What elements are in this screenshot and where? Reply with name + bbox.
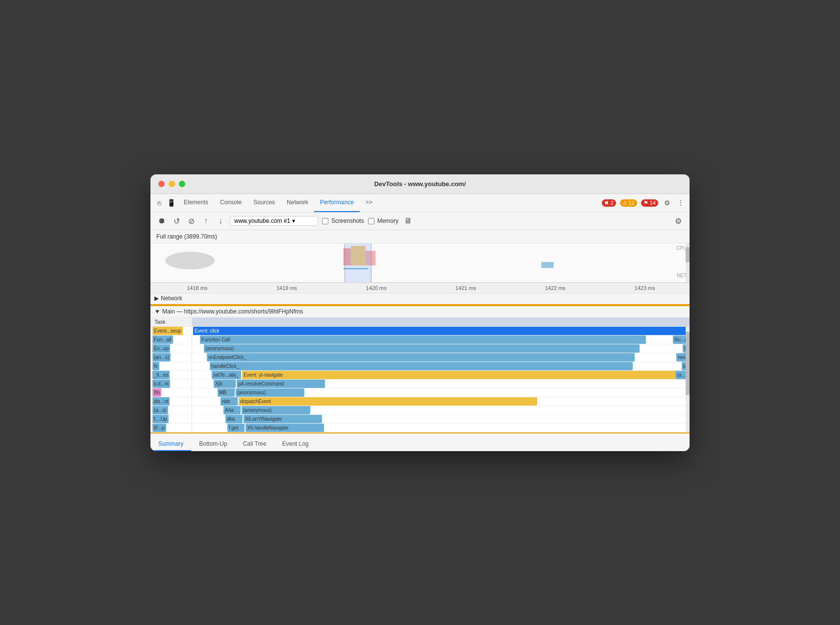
info-icon: ⚑	[643, 200, 648, 206]
scrollbar-thumb[interactable]	[686, 247, 690, 263]
flame-cell-dka[interactable]: dka	[225, 415, 243, 424]
inspector-icon[interactable]: ⎋	[154, 198, 164, 208]
flame-row-2: Ev...up (anonymous) b	[150, 344, 690, 353]
url-bar[interactable]: www.youtube.com #1 ▾	[230, 216, 318, 226]
flame-cell-nbb[interactable]: nbb	[221, 397, 238, 406]
upload-button[interactable]: ↑	[200, 216, 211, 226]
flame-cell-ytnavigate[interactable]: Event: yt-navigate	[242, 371, 675, 380]
flame-cell-handleclick[interactable]: handleClick_	[210, 362, 633, 371]
scrollbar-track[interactable]	[686, 243, 690, 282]
tab-sources[interactable]: Sources	[247, 193, 281, 212]
flame-cell-mb[interactable]: MB	[218, 388, 235, 397]
flame-scrollbar-track[interactable]	[686, 327, 690, 433]
flame-cell-sette[interactable]: setTe...ata_	[212, 371, 241, 380]
flame-cell-fup[interactable]: f....Up	[152, 415, 169, 423]
nav-tabs: Elements Console Sources Network Perform…	[178, 193, 600, 212]
flame-cell-kdnt[interactable]: k.d...nt	[152, 380, 170, 388]
tab-eventlog[interactable]: Event Log	[274, 437, 317, 451]
flame-cell-fx[interactable]: fx	[152, 362, 159, 370]
flame-cell-a4a[interactable]: A4a	[223, 406, 241, 415]
tab-more[interactable]: >>	[360, 193, 378, 212]
tab-console[interactable]: Console	[214, 193, 247, 212]
flame-cell-event-seup[interactable]: Event...seup	[152, 327, 183, 335]
flame-label-10: f....Up	[150, 415, 192, 423]
flame-content-1: Function Call Ru...s	[192, 336, 690, 344]
timeline-overview[interactable]: 500 ms 1000 ms 1500 ms 2000 ms 2500 ms 3…	[150, 243, 690, 283]
settings-icon[interactable]: ⚙	[662, 198, 672, 208]
flame-row-1: Fun...all Function Call Ru...s	[150, 336, 690, 344]
flame-label-9: (a...s)	[150, 406, 192, 414]
memory-label: Memory	[377, 217, 398, 224]
flame-cell-an-s[interactable]: (an...s)	[152, 353, 171, 361]
record-button[interactable]: ⏺	[156, 216, 167, 226]
time-1419: 1419 ms	[242, 285, 332, 291]
flame-cell-anon-0[interactable]: (anonymous)	[204, 344, 640, 353]
flame-scrollbar-thumb[interactable]	[686, 332, 690, 395]
memory-checkbox[interactable]	[368, 218, 374, 224]
screenshots-checkbox[interactable]	[322, 218, 328, 224]
task-row: Task	[150, 318, 690, 327]
flame-cell-dispatch[interactable]: dispatchEvent	[239, 397, 537, 406]
main-label: Main — https://www.youtube.com/shorts/9l…	[162, 308, 303, 315]
flame-row-11: tF...p f.get X6.handleNavigate	[150, 424, 690, 433]
error-count: 2	[610, 200, 613, 206]
download-button[interactable]: ↓	[215, 216, 226, 226]
flame-content-6: Xjb pA.resolveCommand	[192, 380, 690, 388]
minimize-button[interactable]	[169, 181, 175, 187]
tab-network[interactable]: Network	[281, 193, 314, 212]
flame-cell-ev-up[interactable]: Ev...up	[152, 344, 170, 353]
tab-calltree[interactable]: Call Tree	[235, 437, 274, 451]
flame-cell-tfp[interactable]: tF...p	[152, 424, 166, 432]
flame-content-8: nbb dispatchEvent	[192, 397, 690, 406]
flame-cell-xjb[interactable]: Xjb	[214, 380, 236, 388]
task-bar	[192, 317, 690, 326]
flame-row-6: k.d...nt Xjb pA.resolveCommand	[150, 380, 690, 388]
clear-button[interactable]: ⊘	[186, 216, 197, 226]
flame-label-0: Event...seup	[150, 327, 192, 335]
flame-cell-fget[interactable]: f.get	[227, 424, 245, 433]
toolbar-settings-icon[interactable]: 🖥	[402, 216, 413, 226]
flame-label-3: (an...s)	[150, 353, 192, 361]
flame-row-9: (a...s) A4a (anonymous)	[150, 406, 690, 415]
flame-cell-x6-navigate[interactable]: X6.onYtNavigate	[244, 415, 322, 424]
flame-label-5: _fi...es	[150, 371, 192, 379]
warning-badge: ⚠ 12	[620, 199, 637, 207]
flame-cell-disnt[interactable]: dis...nt	[152, 397, 170, 406]
flame-cell-event-click[interactable]: Event: click	[193, 327, 689, 336]
flame-cell-onendpoint[interactable]: onEndpointClick_	[207, 353, 635, 362]
flame-cell-fun-all[interactable]: Fun...all	[152, 336, 173, 344]
flame-content-0: Event: click	[192, 327, 690, 336]
nav-toolbar: ⎋ 📱 Elements Console Sources Network Per…	[150, 194, 690, 213]
main-collapse-icon[interactable]: ▼	[154, 308, 160, 315]
flame-cell-fies[interactable]: _fi...es	[152, 371, 170, 379]
flame-row-8: dis...nt nbb dispatchEvent	[150, 397, 690, 406]
flame-cell-bb[interactable]: Bb	[152, 388, 161, 397]
url-dropdown-icon[interactable]: ▾	[292, 217, 295, 224]
full-range-label: Full range (3899.70ms)	[150, 230, 690, 243]
tab-elements[interactable]: Elements	[178, 193, 214, 212]
network-collapse-icon[interactable]: ▶	[154, 295, 159, 302]
maximize-button[interactable]	[179, 181, 185, 187]
flame-cell-x6-handle[interactable]: X6.handleNavigate	[246, 424, 324, 433]
flame-cell-anon-mb[interactable]: (anonymous)	[236, 388, 304, 397]
more-icon[interactable]: ⋮	[676, 198, 686, 208]
url-value: www.youtube.com #1	[234, 217, 290, 224]
tab-summary[interactable]: Summary	[150, 437, 191, 451]
close-button[interactable]	[158, 181, 165, 187]
selection-range[interactable]	[345, 243, 371, 282]
refresh-button[interactable]: ↺	[171, 216, 182, 226]
perf-settings-icon[interactable]: ⚙	[673, 216, 684, 226]
flame-cell-as-9[interactable]: (a...s)	[152, 406, 168, 414]
tab-bottomup[interactable]: Bottom-Up	[191, 437, 235, 451]
device-icon[interactable]: 📱	[166, 198, 176, 208]
flame-cell-paresolve[interactable]: pA.resolveCommand	[237, 380, 325, 388]
devtools-window: DevTools - www.youtube.com/ ⎋ 📱 Elements…	[150, 174, 690, 451]
warning-icon: ⚠	[622, 200, 627, 206]
cpu-chart	[150, 243, 675, 270]
tab-performance[interactable]: Performance	[314, 193, 360, 212]
flame-cell-anon-9[interactable]: (anonymous)	[242, 406, 310, 415]
svg-rect-0	[150, 243, 675, 270]
time-1421: 1421 ms	[421, 285, 511, 291]
flame-cell-function-call[interactable]: Function Call	[200, 336, 646, 344]
time-1422: 1422 ms	[511, 285, 600, 291]
